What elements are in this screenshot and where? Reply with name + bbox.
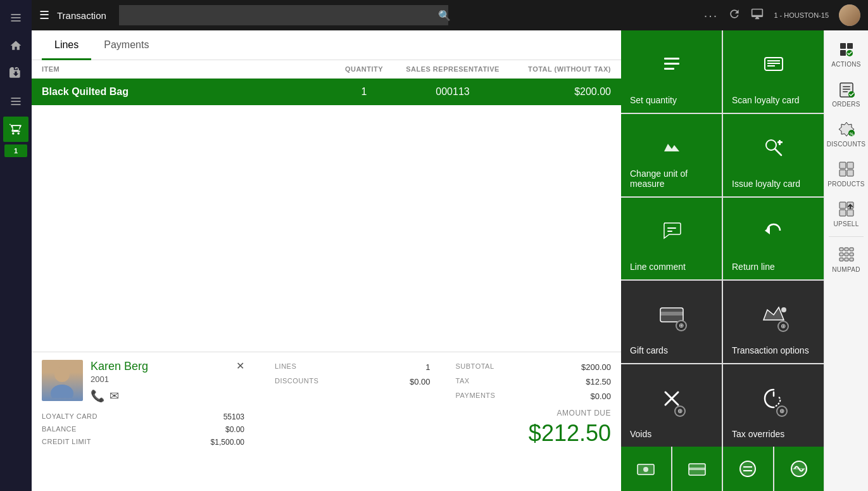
topbar-user-info: 1 - HOUSTON-15 <box>774 11 829 19</box>
svg-rect-49 <box>840 202 846 208</box>
svg-rect-5 <box>11 104 21 105</box>
customer-close-button[interactable]: ✕ <box>236 360 244 372</box>
svg-rect-22 <box>660 312 683 316</box>
action-bar: ACTIONS ORDERS % <box>824 30 868 491</box>
svg-rect-53 <box>840 248 843 251</box>
customer-actions: 📞 ✉ <box>91 389 148 403</box>
svg-rect-45 <box>840 162 846 169</box>
line-comment-tile[interactable]: Line comment <box>621 198 722 280</box>
content-area: Lines Payments ITEM QUANTITY SALES REPRE… <box>32 30 868 491</box>
customer-info: Karen Berg 2001 📞 ✉ ✕ LOYALTY CARD <box>42 360 244 483</box>
tab-lines[interactable]: Lines <box>42 30 91 60</box>
main-container: ☰ Transaction 🔍 ··· 1 - HOUSTON-15 <box>32 0 868 491</box>
svg-rect-2 <box>11 20 21 22</box>
tab-payments[interactable]: Payments <box>91 30 161 60</box>
sidebar-cart[interactable] <box>3 117 28 142</box>
svg-rect-36 <box>847 43 853 49</box>
action-bar-orders[interactable]: ORDERS <box>824 75 868 113</box>
amount-due-value: $212.50 <box>275 420 611 447</box>
svg-rect-1 <box>11 17 21 18</box>
customer-name: Karen Berg <box>91 360 148 373</box>
transaction-table: ITEM QUANTITY SALES REPRESENTATIVE TOTAL… <box>32 60 621 352</box>
topbar-avatar[interactable] <box>839 4 860 26</box>
svg-rect-40 <box>843 89 850 90</box>
tax-overrides-tile[interactable]: ⊕ Tax overrides <box>723 364 824 447</box>
svg-rect-12 <box>767 60 780 61</box>
svg-rect-4 <box>11 101 21 102</box>
action-bar-divider <box>829 236 864 237</box>
topbar-search-icon: 🔍 <box>438 10 451 22</box>
set-quantity-tile[interactable]: Set quantity <box>621 30 722 113</box>
svg-rect-55 <box>850 248 853 251</box>
topbar-refresh-icon[interactable] <box>728 8 741 23</box>
issue-loyalty-card-tile[interactable]: Issue loyalty card <box>723 114 824 196</box>
customer-avatar <box>42 360 83 401</box>
svg-point-27 <box>643 467 648 472</box>
sidebar-menu2[interactable] <box>3 89 28 114</box>
svg-rect-17 <box>779 140 781 145</box>
voids-tile[interactable]: ⊕ Voids <box>621 364 722 447</box>
topbar-right: ··· 1 - HOUSTON-15 <box>704 4 860 26</box>
customer-panel: Karen Berg 2001 📞 ✉ ✕ LOYALTY CARD <box>32 352 621 491</box>
svg-rect-60 <box>845 258 848 261</box>
sidebar-home[interactable] <box>3 33 28 58</box>
other-payment-button[interactable] <box>774 447 824 491</box>
cash-button[interactable] <box>621 447 671 491</box>
credit-card-button[interactable] <box>672 447 722 491</box>
tabs: Lines Payments <box>32 30 621 60</box>
transaction-options-tile[interactable]: ⊕ Transaction options <box>723 281 824 363</box>
exact-amount-button[interactable] <box>723 447 773 491</box>
sidebar-menu[interactable] <box>3 5 28 30</box>
svg-rect-18 <box>667 227 676 229</box>
change-unit-tile[interactable]: Change unit of measure <box>621 114 722 196</box>
action-bar-discounts[interactable]: % DISCOUNTS <box>824 115 868 153</box>
return-line-tile[interactable]: Return line <box>723 198 824 280</box>
right-panel: Set quantity Scan loyalty card <box>621 30 824 491</box>
svg-rect-48 <box>847 170 853 176</box>
svg-rect-57 <box>845 253 848 256</box>
table-row[interactable]: Black Quilted Bag 1 000113 $200.00 <box>32 79 621 105</box>
topbar: ☰ Transaction 🔍 ··· 1 - HOUSTON-15 <box>32 0 868 30</box>
transaction-area: Lines Payments ITEM QUANTITY SALES REPRE… <box>32 30 621 491</box>
svg-rect-54 <box>845 248 848 251</box>
customer-details: LOYALTY CARD 55103 BALANCE $0.00 CREDIT … <box>42 411 244 449</box>
svg-rect-46 <box>847 162 853 169</box>
customer-id: 2001 <box>91 374 148 384</box>
topbar-title: Transaction <box>57 10 106 21</box>
svg-rect-14 <box>767 65 775 67</box>
svg-rect-37 <box>840 50 846 56</box>
svg-point-23 <box>781 307 786 312</box>
customer-header: Karen Berg 2001 📞 ✉ ✕ <box>42 360 244 403</box>
bottom-payment-buttons <box>621 447 824 491</box>
sidebar-products[interactable] <box>3 61 28 86</box>
svg-rect-19 <box>667 231 672 232</box>
svg-rect-47 <box>840 170 846 176</box>
action-bar-numpad[interactable]: NUMPAD <box>824 241 868 278</box>
topbar-more[interactable]: ··· <box>704 8 719 23</box>
amount-due-section: AMOUNT DUE $212.50 <box>275 409 611 447</box>
svg-rect-35 <box>840 43 846 49</box>
topbar-search[interactable] <box>119 5 448 25</box>
scan-loyalty-card-tile[interactable]: Scan loyalty card <box>723 30 824 113</box>
svg-rect-59 <box>840 258 843 261</box>
svg-rect-56 <box>840 253 843 256</box>
action-bar-products[interactable]: PRODUCTS <box>824 155 868 193</box>
svg-rect-41 <box>843 91 848 92</box>
svg-text:%: % <box>850 132 854 136</box>
svg-rect-61 <box>850 258 853 261</box>
action-bar-actions[interactable]: ACTIONS <box>824 35 868 73</box>
svg-rect-58 <box>850 253 853 256</box>
svg-point-6 <box>54 367 70 382</box>
svg-point-7 <box>51 385 73 398</box>
action-grid: Set quantity Scan loyalty card <box>621 30 824 447</box>
email-icon[interactable]: ✉ <box>110 389 119 403</box>
table-header: ITEM QUANTITY SALES REPRESENTATIVE TOTAL… <box>32 60 621 79</box>
svg-rect-13 <box>767 63 780 64</box>
gift-cards-tile[interactable]: ⊕ Gift cards <box>621 281 722 363</box>
svg-rect-8 <box>664 58 679 60</box>
action-bar-upsell[interactable]: UPSELL <box>824 195 868 233</box>
phone-icon[interactable]: 📞 <box>91 389 104 403</box>
svg-rect-10 <box>664 68 674 70</box>
topbar-monitor-icon[interactable] <box>751 8 764 23</box>
topbar-menu-icon[interactable]: ☰ <box>39 8 49 22</box>
